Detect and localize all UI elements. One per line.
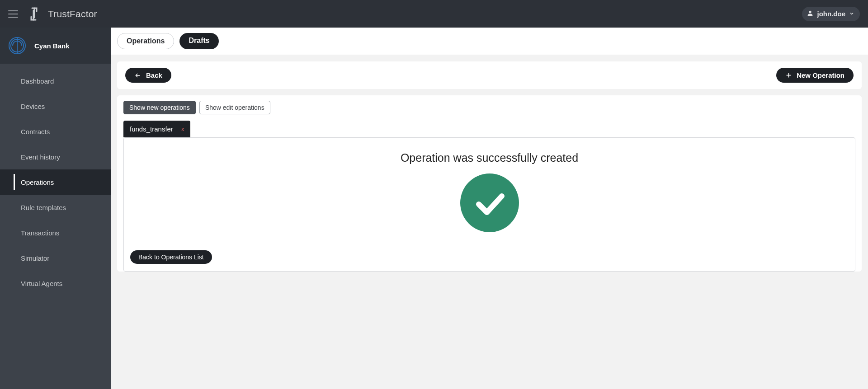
nav-list: Dashboard Devices Contracts Event histor…: [0, 64, 111, 296]
sidebar-item-label: Contracts: [21, 128, 50, 136]
sidebar-item-label: Dashboard: [21, 77, 54, 85]
user-menu-button[interactable]: john.doe: [802, 7, 860, 21]
tab-label: Operations: [127, 37, 165, 45]
menu-toggle-button[interactable]: [8, 10, 18, 18]
success-check-icon: [460, 173, 519, 232]
sidebar-item-label: Virtual Agents: [21, 280, 62, 287]
filter-row: Show new operations Show edit operations: [117, 95, 862, 114]
sidebar-item-label: Simulator: [21, 254, 49, 262]
sidebar-item-transactions[interactable]: Transactions: [0, 220, 111, 245]
app-logo-icon: [26, 6, 42, 22]
app-title: TrustFactor: [48, 9, 97, 19]
sidebar-item-event-history[interactable]: Event history: [0, 144, 111, 169]
username-label: john.doe: [817, 10, 846, 18]
close-icon[interactable]: x: [181, 126, 184, 132]
toolbar: Back New Operation: [117, 61, 862, 89]
sidebar-item-label: Operations: [21, 178, 54, 186]
main-content: Operations Drafts Back: [111, 28, 868, 389]
sidebar-item-devices[interactable]: Devices: [0, 94, 111, 119]
subtab-row: funds_transfer x: [117, 114, 862, 137]
sidebar-item-dashboard[interactable]: Dashboard: [0, 68, 111, 94]
sidebar-item-label: Rule templates: [21, 204, 66, 211]
button-label: Back to Operations List: [138, 253, 204, 261]
draft-tab-funds-transfer[interactable]: funds_transfer x: [123, 121, 190, 137]
logo-area: TrustFactor: [26, 6, 97, 22]
tab-operations[interactable]: Operations: [117, 33, 174, 49]
arrow-left-icon: [134, 72, 142, 79]
sidebar: Cyan Bank Dashboard Devices Contracts Ev…: [0, 28, 111, 389]
sidebar-item-rule-templates[interactable]: Rule templates: [0, 195, 111, 220]
sidebar-item-contracts[interactable]: Contracts: [0, 119, 111, 144]
tab-drafts[interactable]: Drafts: [179, 33, 218, 49]
sidebar-item-operations[interactable]: Operations: [0, 169, 111, 195]
content-panel: Show new operations Show edit operations…: [117, 95, 862, 272]
tab-label: Drafts: [189, 37, 209, 44]
button-label: New Operation: [797, 71, 844, 79]
filter-show-edit-button[interactable]: Show edit operations: [199, 101, 270, 114]
chip-label: Show new operations: [129, 104, 190, 111]
org-name: Cyan Bank: [34, 42, 70, 50]
back-button[interactable]: Back: [125, 68, 171, 83]
user-icon: [807, 9, 814, 19]
svg-point-0: [809, 10, 811, 13]
subtab-label: funds_transfer: [130, 125, 173, 133]
content-card: Operation was successfully created Back …: [123, 137, 855, 272]
filter-show-new-button[interactable]: Show new operations: [123, 101, 196, 114]
toolbar-panel: Back New Operation: [117, 61, 862, 89]
sidebar-item-label: Transactions: [21, 229, 59, 237]
chevron-down-icon: [849, 10, 854, 18]
sidebar-item-label: Event history: [21, 153, 60, 161]
sidebar-item-simulator[interactable]: Simulator: [0, 245, 111, 271]
sidebar-item-label: Devices: [21, 103, 45, 110]
plus-icon: [785, 72, 792, 79]
button-label: Back: [146, 71, 162, 79]
header-left: TrustFactor: [8, 6, 97, 22]
tabs-bar: Operations Drafts: [111, 28, 868, 55]
back-to-list-button[interactable]: Back to Operations List: [130, 250, 212, 264]
sidebar-item-virtual-agents[interactable]: Virtual Agents: [0, 271, 111, 296]
new-operation-button[interactable]: New Operation: [776, 68, 854, 83]
chip-label: Show edit operations: [205, 104, 264, 111]
org-logo-icon: [6, 35, 28, 56]
success-title: Operation was successfully created: [401, 151, 578, 164]
success-block: Operation was successfully created: [130, 151, 849, 250]
top-header: TrustFactor john.doe: [0, 0, 868, 28]
org-block[interactable]: Cyan Bank: [0, 28, 111, 64]
